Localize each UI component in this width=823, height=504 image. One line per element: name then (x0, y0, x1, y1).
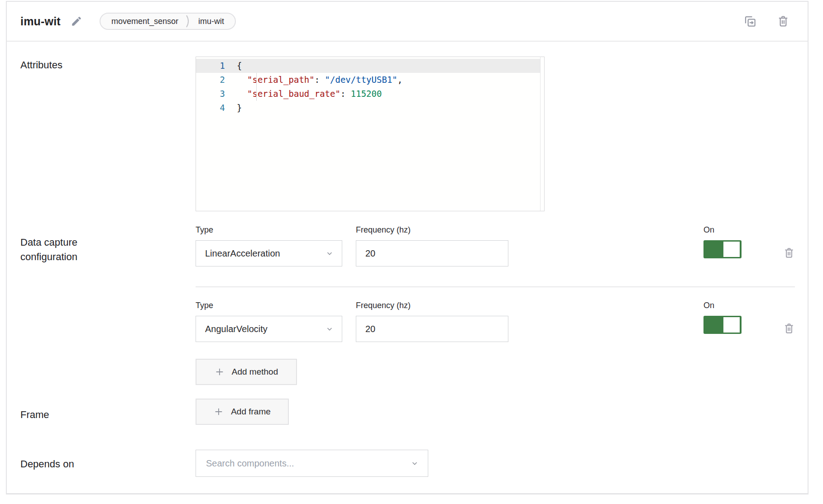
card-header: imu-wit movement_sensor imu-wit (7, 2, 808, 42)
component-config-card: imu-wit movement_sensor imu-wit (6, 1, 809, 494)
add-frame-button[interactable]: Add frame (196, 399, 289, 425)
duplicate-component-button[interactable] (743, 14, 757, 28)
toggle-label: On (703, 300, 742, 310)
depends-on-select[interactable] (196, 450, 428, 477)
breadcrumb: movement_sensor imu-wit (100, 13, 236, 30)
duplicate-icon (743, 14, 757, 28)
editor-scrollbar[interactable] (540, 57, 541, 211)
type-select[interactable]: LinearAcceleration (196, 240, 342, 266)
toggle-knob (723, 317, 740, 333)
delete-capture-row-button[interactable] (783, 247, 795, 259)
capture-toggle-field: On (703, 225, 742, 258)
frequency-field: Frequency (hz) (356, 300, 508, 342)
frequency-label: Frequency (hz) (356, 225, 508, 235)
code-line: 3 "serial_baud_rate": 115200 (196, 87, 540, 101)
chevron-down-icon (325, 249, 334, 257)
breadcrumb-parent: movement_sensor (111, 17, 178, 26)
code-line: 1 { (196, 59, 540, 73)
row-divider (196, 286, 795, 287)
type-field: Type LinearAcceleration (196, 225, 342, 266)
type-label: Type (196, 225, 342, 235)
line-number: 3 (196, 87, 237, 101)
indent-guide (256, 73, 257, 101)
type-select[interactable]: AngularVelocity (196, 316, 342, 342)
search-components-input[interactable] (206, 458, 411, 469)
capture-toggle-field: On (703, 300, 742, 334)
frequency-input[interactable] (356, 316, 508, 342)
data-capture-section-label: Data capture configuration (20, 235, 120, 264)
delete-capture-row-button[interactable] (783, 322, 795, 335)
trash-icon (783, 322, 795, 335)
capture-method-row: Type AngularVelocity Frequency (hz) On (196, 300, 795, 342)
add-frame-label: Add frame (231, 407, 271, 417)
attributes-section-label: Attributes (20, 58, 62, 72)
type-selected-value: AngularVelocity (205, 324, 325, 334)
capture-on-toggle[interactable] (703, 240, 742, 258)
code-line: 4 } (196, 101, 540, 115)
line-number: 2 (196, 73, 237, 87)
add-method-label: Add method (232, 367, 278, 377)
type-label: Type (196, 300, 342, 310)
edit-name-button[interactable] (71, 15, 82, 27)
plus-icon (214, 407, 224, 417)
capture-method-row: Type LinearAcceleration Frequency (hz) O… (196, 225, 795, 266)
delete-component-button[interactable] (777, 14, 790, 28)
frequency-field: Frequency (hz) (356, 225, 508, 266)
toggle-label: On (703, 225, 742, 235)
add-method-button[interactable]: Add method (196, 359, 297, 385)
toggle-knob (723, 242, 740, 257)
capture-on-toggle[interactable] (703, 316, 742, 334)
component-name-title: imu-wit (20, 15, 61, 28)
attributes-json-editor[interactable]: 1 { 2 "serial_path": "/dev/ttyUSB1", 3 "… (196, 57, 545, 211)
chevron-down-icon (325, 325, 334, 333)
depends-on-section-label: Depends on (20, 457, 74, 471)
type-field: Type AngularVelocity (196, 300, 342, 342)
trash-icon (783, 247, 795, 259)
plus-icon (215, 367, 225, 377)
pencil-icon (71, 15, 82, 27)
line-number: 1 (196, 59, 237, 73)
breadcrumb-current: imu-wit (198, 17, 224, 26)
chevron-down-icon (411, 459, 419, 467)
type-selected-value: LinearAcceleration (205, 248, 325, 259)
chevron-right-icon (186, 14, 191, 28)
line-number: 4 (196, 101, 237, 115)
frame-section-label: Frame (20, 408, 49, 422)
frequency-label: Frequency (hz) (356, 300, 508, 310)
code-line: 2 "serial_path": "/dev/ttyUSB1", (196, 73, 540, 87)
trash-icon (777, 14, 790, 28)
frequency-input[interactable] (356, 240, 508, 266)
